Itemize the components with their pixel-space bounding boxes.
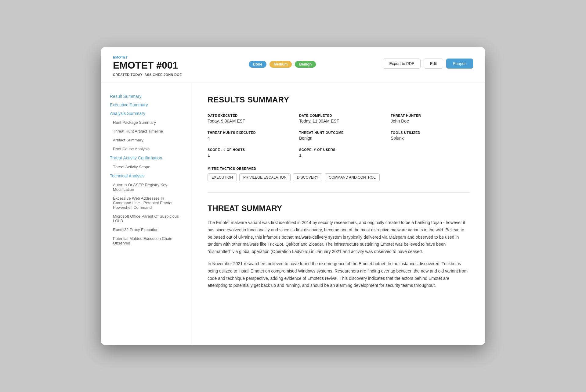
result-item-tools-utilized: TOOLS UTILIZEDSplunk: [391, 131, 470, 141]
result-value-scope-users: 1: [299, 153, 378, 158]
mitre-tags: EXECUTIONPRIVILEGE ESCALATIONDISCOVERYCO…: [208, 173, 470, 181]
result-label-date-executed: DATE EXECUTED: [208, 114, 287, 117]
main-window: EMOTET EMOTET #001 CREATED TODAY ASSIGNE…: [101, 47, 485, 345]
threat-summary-para-0: The Emotet malware variant was first ide…: [208, 219, 470, 255]
mitre-section: MITRE TACTICS OBSERVED EXECUTIONPRIVILEG…: [208, 167, 470, 181]
reopen-button[interactable]: Reopen: [446, 59, 473, 69]
result-label-threat-hunter: THREAT HUNTER: [391, 114, 470, 117]
result-value-tools-utilized: Splunk: [391, 136, 470, 141]
result-label-tools-utilized: TOOLS UTILIZED: [391, 131, 470, 134]
threat-summary-paragraphs: The Emotet malware variant was first ide…: [208, 219, 470, 289]
results-grid: DATE EXECUTEDToday, 9:30AM ESTDATE COMPL…: [208, 114, 470, 158]
header-left: EMOTET EMOTET #001 CREATED TODAY ASSIGNE…: [113, 55, 182, 77]
result-value-scope-hosts: 1: [208, 153, 287, 158]
result-label-threat-hunts-executed: THREAT HUNTS EXECUTED: [208, 131, 287, 134]
mitre-tag-discovery: DISCOVERY: [293, 173, 322, 181]
header-category: EMOTET: [113, 55, 182, 59]
threat-summary-section: THREAT SUMMARY The Emotet malware varian…: [208, 204, 470, 289]
result-value-threat-hunter: John Doe: [391, 119, 470, 123]
sidebar-technical-analysis[interactable]: Technical Analysis: [107, 172, 186, 180]
threat-summary-para-1: In November 2021 researchers believed to…: [208, 260, 470, 289]
sidebar-rundll32[interactable]: Rundll32 Proxy Execution: [107, 226, 186, 234]
assignee-label: ASSIGNEE: [144, 73, 162, 77]
badge-done: Done: [249, 61, 266, 68]
result-value-date-completed: Today, 11:30AM EST: [299, 119, 378, 123]
result-value-date-executed: Today, 9:30AM EST: [208, 119, 287, 123]
result-item-scope-hosts: SCOPE - # OF HOSTS1: [208, 148, 287, 158]
results-summary-title: RESULTS SUMMARY: [208, 95, 470, 105]
result-item-threat-hunt-outcome: THREAT HUNT OUTCOMEBenign: [299, 131, 378, 141]
created-value: TODAY: [131, 73, 143, 77]
assignee-value: JOHN DOE: [164, 73, 182, 77]
section-divider: [208, 192, 470, 193]
sidebar-hunt-package[interactable]: Hunt Package Summary: [107, 118, 186, 127]
created-label: CREATED: [113, 73, 129, 77]
sidebar: Result SummaryExecutive SummaryAnalysis …: [101, 83, 192, 345]
result-item-date-executed: DATE EXECUTEDToday, 9:30AM EST: [208, 114, 287, 123]
sidebar-artifact-summary[interactable]: Artifact Summary: [107, 136, 186, 144]
sidebar-analysis-summary[interactable]: Analysis Summary: [107, 109, 186, 118]
edit-button[interactable]: Edit: [424, 59, 443, 69]
mitre-label: MITRE TACTICS OBSERVED: [208, 167, 470, 170]
results-summary-section: RESULTS SUMMARY DATE EXECUTEDToday, 9:30…: [208, 95, 470, 181]
result-item-date-completed: DATE COMPLETEDToday, 11:30AM EST: [299, 114, 378, 123]
sidebar-threat-scope[interactable]: Threat Activity Scope: [107, 163, 186, 171]
result-value-threat-hunts-executed: 4: [208, 136, 287, 141]
header: EMOTET EMOTET #001 CREATED TODAY ASSIGNE…: [101, 47, 485, 83]
threat-summary-title: THREAT SUMMARY: [208, 204, 470, 213]
result-item-threat-hunts-executed: THREAT HUNTS EXECUTED4: [208, 131, 287, 141]
sidebar-root-cause[interactable]: Root Cause Analysis: [107, 145, 186, 153]
result-label-date-completed: DATE COMPLETED: [299, 114, 378, 117]
content-area: RESULTS SUMMARY DATE EXECUTEDToday, 9:30…: [192, 83, 485, 345]
mitre-tag-command-and-control: COMMAND AND CONTROL: [325, 173, 379, 181]
result-label-threat-hunt-outcome: THREAT HUNT OUTCOME: [299, 131, 378, 134]
badge-benign: Benign: [295, 61, 316, 68]
export-pdf-button[interactable]: Export to PDF: [383, 59, 421, 69]
result-item-threat-hunter: THREAT HUNTERJohn Doe: [391, 114, 470, 123]
header-actions: Export to PDFEditReopen: [383, 59, 473, 69]
mitre-tag-privilege-escalation: PRIVILEGE ESCALATION: [239, 173, 291, 181]
result-value-threat-hunt-outcome: Benign: [299, 136, 378, 141]
sidebar-executive-summary[interactable]: Executive Summary: [107, 101, 186, 109]
header-title: EMOTET #001: [113, 60, 182, 71]
result-item-scope-users: SCOPE- # OF USERS1: [299, 148, 378, 158]
result-label-scope-users: SCOPE- # OF USERS: [299, 148, 378, 151]
main-content: Result SummaryExecutive SummaryAnalysis …: [101, 83, 485, 345]
sidebar-maldoc[interactable]: Potential Maldoc Execution Chain Observe…: [107, 234, 186, 247]
badge-medium: Medium: [269, 61, 292, 68]
sidebar-artifact-timeline[interactable]: Threat Hunt Artifact Timeline: [107, 127, 186, 135]
sidebar-autorun[interactable]: Autorun Or ASEP Registry Key Modificatio…: [107, 181, 186, 194]
sidebar-ms-office[interactable]: Microsoft Office Parent Of Suspicious LO…: [107, 212, 186, 225]
sidebar-threat-confirmation[interactable]: Threat Activity Confirmation: [107, 154, 186, 162]
sidebar-result-summary[interactable]: Result Summary: [107, 92, 186, 101]
header-meta: CREATED TODAY ASSIGNEE JOHN DOE: [113, 73, 182, 77]
result-label-scope-hosts: SCOPE - # OF HOSTS: [208, 148, 287, 151]
sidebar-excessive-web[interactable]: Excessive Web Addresses In Command Line …: [107, 194, 186, 212]
mitre-tag-execution: EXECUTION: [208, 173, 237, 181]
header-badges: DoneMediumBenign: [249, 61, 316, 68]
